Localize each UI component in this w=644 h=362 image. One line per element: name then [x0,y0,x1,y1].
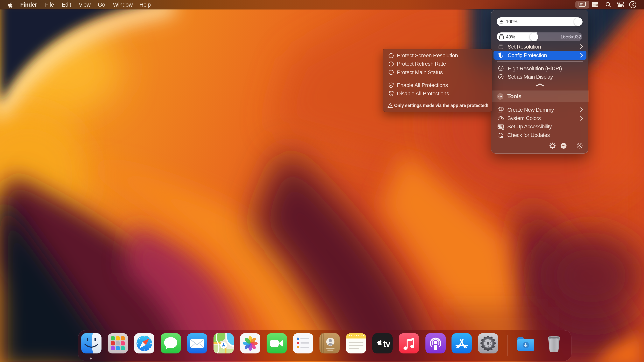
svg-text:tv: tv [383,340,390,349]
svg-text:⌘: ⌘ [595,4,598,6]
